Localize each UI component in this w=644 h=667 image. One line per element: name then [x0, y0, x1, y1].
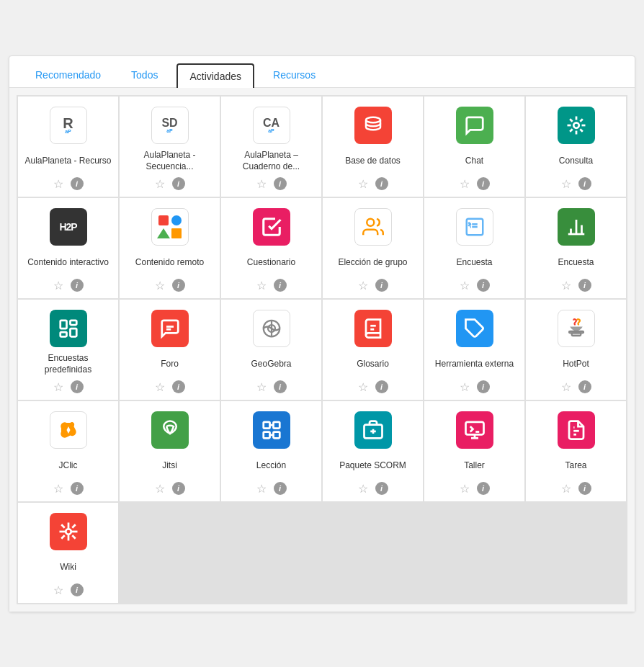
- star-cuestionario[interactable]: ☆: [256, 279, 267, 292]
- item-paquete-scorm[interactable]: Paquete SCORM ☆ i: [323, 401, 423, 501]
- item-encuesta1[interactable]: Encuesta ☆ i: [424, 198, 524, 298]
- item-contenido-interactivo[interactable]: H2P Contenido interactivo ☆ i: [18, 198, 118, 298]
- info-hotpot[interactable]: i: [578, 380, 591, 393]
- info-wiki[interactable]: i: [71, 583, 84, 596]
- star-wiki[interactable]: ☆: [53, 583, 63, 597]
- info-encuesta2[interactable]: i: [578, 279, 591, 292]
- actions-taller: ☆ i: [460, 482, 490, 496]
- info-jitsi[interactable]: i: [172, 482, 185, 495]
- item-wiki[interactable]: Wiki ☆ i: [18, 503, 118, 603]
- info-glosario[interactable]: i: [375, 380, 388, 393]
- info-geogebra[interactable]: i: [274, 380, 287, 393]
- star-encuesta2[interactable]: ☆: [561, 279, 571, 292]
- item-foro[interactable]: Foro ☆ i: [120, 300, 220, 400]
- star-aula-recurso[interactable]: ☆: [53, 177, 63, 191]
- star-contenido-remoto[interactable]: ☆: [155, 279, 165, 292]
- item-hotpot[interactable]: HotPot ☆ i: [526, 300, 626, 400]
- icon-paquete-scorm: [354, 411, 392, 449]
- star-leccion[interactable]: ☆: [256, 482, 267, 496]
- star-tarea[interactable]: ☆: [561, 482, 571, 496]
- star-encuestas-predefinidas[interactable]: ☆: [53, 380, 63, 394]
- info-base-datos[interactable]: i: [375, 177, 388, 190]
- label-leccion: Lección: [256, 455, 286, 478]
- item-jclic[interactable]: JClic ☆ i: [18, 401, 118, 501]
- info-chat[interactable]: i: [477, 177, 490, 190]
- tab-recomendado[interactable]: Recomendado: [24, 63, 112, 87]
- star-aula-cuaderno[interactable]: ☆: [256, 177, 267, 191]
- actions-consulta: ☆ i: [561, 177, 591, 191]
- item-chat[interactable]: Chat ☆ i: [424, 97, 524, 197]
- info-encuestas-predefinidas[interactable]: i: [71, 380, 84, 393]
- star-consulta[interactable]: ☆: [561, 177, 571, 191]
- icon-geogebra: [253, 310, 290, 347]
- star-base-datos[interactable]: ☆: [358, 177, 368, 191]
- star-herramienta-externa[interactable]: ☆: [460, 380, 470, 394]
- icon-contenido-remoto: [151, 208, 189, 246]
- item-cuestionario[interactable]: Cuestionario ☆ i: [221, 198, 321, 298]
- actions-geogebra: ☆ i: [256, 380, 287, 394]
- star-paquete-scorm[interactable]: ☆: [358, 482, 368, 496]
- item-taller[interactable]: Taller ☆ i: [424, 401, 524, 501]
- tab-todos[interactable]: Todos: [120, 63, 169, 87]
- star-foro[interactable]: ☆: [155, 380, 165, 394]
- item-encuestas-predefinidas[interactable]: Encuestas predefinidas ☆ i: [18, 300, 118, 400]
- item-aula-secuencia[interactable]: SD aP AulaPlaneta - Secuencia... ☆ i: [120, 97, 220, 197]
- info-contenido-remoto[interactable]: i: [172, 279, 185, 292]
- star-eleccion-grupo[interactable]: ☆: [358, 279, 368, 292]
- info-tarea[interactable]: i: [578, 482, 591, 495]
- item-contenido-remoto[interactable]: Contenido remoto ☆ i: [120, 198, 220, 298]
- icon-aula-secuencia: SD aP: [151, 107, 189, 144]
- svg-rect-42: [465, 421, 483, 434]
- info-taller[interactable]: i: [477, 482, 490, 495]
- item-herramienta-externa[interactable]: Herramienta externa ☆ i: [424, 300, 524, 400]
- star-contenido-interactivo[interactable]: ☆: [53, 279, 63, 292]
- info-paquete-scorm[interactable]: i: [375, 482, 388, 495]
- star-jitsi[interactable]: ☆: [155, 482, 165, 496]
- svg-line-6: [570, 119, 573, 122]
- label-jclic: JClic: [59, 455, 78, 478]
- icon-leccion: [253, 411, 290, 449]
- info-aula-cuaderno[interactable]: i: [274, 177, 287, 190]
- tab-recursos[interactable]: Recursos: [261, 63, 327, 87]
- info-aula-recurso[interactable]: i: [71, 177, 84, 190]
- item-tarea[interactable]: Tarea ☆ i: [526, 401, 626, 501]
- info-aula-secuencia[interactable]: i: [172, 177, 185, 190]
- info-herramienta-externa[interactable]: i: [477, 380, 490, 393]
- info-cuestionario[interactable]: i: [274, 279, 287, 292]
- item-base-datos[interactable]: Base de datos ☆ i: [323, 97, 423, 197]
- item-geogebra[interactable]: GeoGebra ☆ i: [221, 300, 321, 400]
- info-foro[interactable]: i: [172, 380, 185, 393]
- info-contenido-interactivo[interactable]: i: [71, 279, 84, 292]
- label-jitsi: Jitsi: [162, 455, 177, 478]
- icon-jitsi: [151, 411, 189, 449]
- star-taller[interactable]: ☆: [460, 482, 470, 496]
- star-aula-secuencia[interactable]: ☆: [155, 177, 165, 191]
- star-hotpot[interactable]: ☆: [561, 380, 571, 394]
- item-leccion[interactable]: Lección ☆ i: [221, 401, 321, 501]
- item-consulta[interactable]: Consulta ☆ i: [526, 97, 626, 197]
- label-encuesta1: Encuesta: [456, 251, 492, 274]
- info-consulta[interactable]: i: [578, 177, 591, 190]
- svg-line-53: [61, 524, 64, 527]
- info-encuesta1[interactable]: i: [477, 279, 490, 292]
- info-leccion[interactable]: i: [274, 482, 287, 495]
- info-jclic[interactable]: i: [71, 482, 84, 495]
- star-glosario[interactable]: ☆: [358, 380, 368, 394]
- item-aula-cuaderno[interactable]: CA aP AulaPlaneta – Cuaderno de... ☆ i: [221, 97, 321, 197]
- star-jclic[interactable]: ☆: [53, 482, 63, 496]
- star-chat[interactable]: ☆: [460, 177, 470, 191]
- item-encuesta2[interactable]: Encuesta ☆ i: [526, 198, 626, 298]
- svg-rect-34: [273, 421, 279, 428]
- svg-rect-35: [263, 431, 269, 438]
- star-encuesta1[interactable]: ☆: [460, 279, 470, 292]
- item-jitsi[interactable]: Jitsi ☆ i: [120, 401, 220, 501]
- tab-actividades[interactable]: Actividades: [176, 63, 254, 88]
- svg-point-11: [171, 215, 182, 225]
- item-glosario[interactable]: Glosario ☆ i: [323, 300, 423, 400]
- svg-rect-10: [158, 215, 169, 225]
- item-eleccion-grupo[interactable]: Elección de grupo ☆ i: [323, 198, 423, 298]
- star-geogebra[interactable]: ☆: [256, 380, 267, 394]
- svg-rect-22: [60, 332, 66, 336]
- info-eleccion-grupo[interactable]: i: [375, 279, 388, 292]
- item-aula-recurso[interactable]: R aP AulaPlaneta - Recurso ☆ i: [18, 97, 118, 197]
